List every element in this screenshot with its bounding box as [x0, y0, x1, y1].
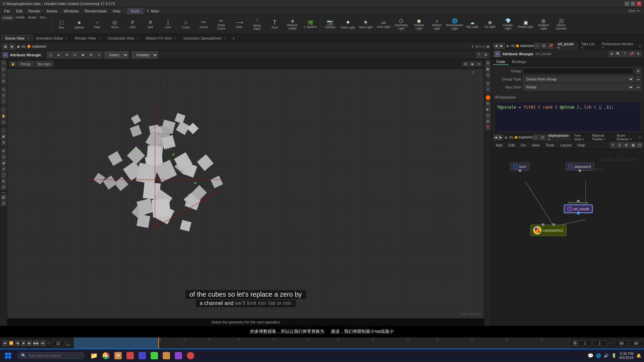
group-type-select[interactable]: Guess from Group Points Primitives: [523, 76, 634, 82]
group-type-action-btn[interactable]: ⇔: [635, 76, 641, 82]
camera-pan-tool[interactable]: ✋: [1, 113, 6, 119]
close-button[interactable]: ✕: [637, 1, 641, 6]
node-set-pscale[interactable]: Attribute Wrangle set_pscale: [564, 201, 593, 213]
misc-tool-4[interactable]: ⊕: [1, 166, 6, 172]
misc-tool-3[interactable]: ◉: [1, 160, 6, 166]
shelf-portal-light[interactable]: ▣ Portal Light: [517, 15, 534, 34]
ng-tab-add[interactable]: +: [637, 135, 643, 140]
rp-tab-add[interactable]: +: [637, 43, 643, 49]
taskbar-app-9[interactable]: [173, 350, 184, 361]
tl-end-input[interactable]: [593, 340, 606, 346]
tl-range-end1[interactable]: [615, 340, 628, 346]
taskbar-app-5[interactable]: [125, 350, 136, 361]
ng-list-btn[interactable]: ☰: [616, 142, 623, 148]
play-next-frame-btn[interactable]: ▶▶: [33, 340, 39, 346]
tab-render-view[interactable]: Render View ×: [71, 35, 104, 41]
tab-close-composite-view[interactable]: ×: [137, 37, 139, 40]
ng-tab-tree-view[interactable]: Tree View ×: [571, 134, 590, 142]
shelf-sky-light[interactable]: ☁ Sky Light: [464, 15, 481, 34]
misc-tool-2[interactable]: ⊡: [1, 154, 6, 160]
shelf-tab-modify[interactable]: Modify: [14, 15, 26, 20]
shading-btn[interactable]: ◉: [469, 62, 475, 66]
ng-menu-edit[interactable]: Edit: [506, 142, 518, 148]
tab-motion-fx-view[interactable]: Motion FX View ×: [142, 35, 180, 41]
shelf-circle[interactable]: ○ Circle: [177, 15, 195, 34]
wireframe-btn[interactable]: ⊞: [463, 62, 469, 66]
menu-file[interactable]: File: [1, 8, 13, 14]
maximize-button[interactable]: □: [631, 1, 635, 6]
rp-nav-back[interactable]: ◀: [493, 43, 499, 49]
taskbar-houdini[interactable]: H: [113, 350, 123, 361]
viewport-persp-btn[interactable]: Persp: [18, 61, 34, 67]
ng-filter-btn[interactable]: ✕: [610, 142, 616, 148]
ng-tab-asset-browser[interactable]: Asset Browser ×: [614, 134, 637, 142]
misc-tool-5[interactable]: ◯: [1, 172, 6, 178]
tab-close-geometry-spreadsheet[interactable]: ×: [224, 37, 226, 40]
notification-icon[interactable]: 🔔: [636, 353, 641, 358]
pivot-btn[interactable]: ◉: [79, 51, 87, 59]
taskbar-app-7[interactable]: [149, 350, 160, 361]
node-box1[interactable]: box1: [510, 163, 530, 171]
rp-nav-fwd[interactable]: ▶: [499, 43, 504, 49]
ng-nav-fwd[interactable]: ▶: [498, 134, 503, 140]
tab-close-motion-fx-view[interactable]: ×: [174, 37, 176, 40]
taskbar-network-icon[interactable]: 🌐: [596, 353, 601, 358]
shelf-spray-paint[interactable]: ⁘ Spray Paint: [248, 15, 266, 34]
ng-tab-explosion[interactable]: /obj/explosion ×: [545, 134, 571, 142]
run-over-select[interactable]: Points Primitives Vertices: [523, 84, 634, 90]
select-state-btn[interactable]: ◱: [47, 51, 54, 59]
shelf-spot-light[interactable]: ☀ Spot Light: [357, 15, 374, 34]
ng-menu-help[interactable]: Help: [575, 142, 588, 148]
shelf-tab-text[interactable]: Text...: [38, 15, 49, 20]
shelf-curve[interactable]: 〜 Curve: [195, 15, 212, 34]
tab-animation-editor[interactable]: Animation Editor ×: [33, 35, 71, 41]
camera-dolly-tool[interactable]: ⊙: [1, 119, 6, 125]
shelf-area-light[interactable]: ▭ Area Light: [375, 15, 392, 34]
tl-start-input[interactable]: [578, 340, 592, 346]
select-mode-dropdown[interactable]: Select Move Rotate Scale: [105, 51, 128, 59]
code-tab-code[interactable]: Code: [493, 59, 508, 65]
layout-btn-3[interactable]: ⊡: [485, 72, 491, 78]
menu-render[interactable]: Render: [26, 8, 43, 14]
run-over-action-btn[interactable]: ⇔: [635, 84, 641, 90]
taskbar-chrome[interactable]: [101, 350, 111, 361]
tab-close-render-view[interactable]: ×: [98, 37, 100, 40]
shelf-tab-model[interactable]: Model: [27, 15, 38, 20]
play-prev-key-btn[interactable]: ⏪: [9, 340, 13, 346]
view-mode-btn[interactable]: ◈: [485, 101, 491, 106]
snap-icon-btn[interactable]: ⊕: [485, 81, 491, 86]
misc-tool-1[interactable]: ◈: [1, 148, 6, 154]
ng-menu-view[interactable]: View: [529, 142, 542, 148]
tab-add-button[interactable]: +: [230, 35, 238, 42]
shelf-tube[interactable]: ⌿ Tube: [88, 15, 106, 34]
menu-edit[interactable]: Edit: [13, 8, 25, 14]
play-prev-frame-btn[interactable]: ◀: [15, 340, 20, 346]
taskbar-battery-icon[interactable]: 🔋: [611, 353, 616, 358]
layout-btn-1[interactable]: ⊞: [485, 60, 491, 66]
ng-nav-back[interactable]: ◀: [493, 134, 498, 140]
rp-tab-performance[interactable]: Performance Monitor ×: [599, 42, 637, 50]
shelf-line[interactable]: | Line: [159, 15, 177, 34]
ng-menu-layout[interactable]: Layout: [558, 142, 574, 148]
view-frame-tool[interactable]: ▣: [1, 134, 6, 139]
taskbar-app-6[interactable]: [137, 350, 148, 361]
play-start-btn[interactable]: ⏮: [3, 340, 7, 346]
node-canvas[interactable]: Indie Edition Geometry box1: [492, 149, 644, 326]
rp-tab-take-list[interactable]: Take List ×: [578, 42, 599, 50]
scale-tool[interactable]: ⤢: [1, 99, 6, 104]
taskbar-app-8[interactable]: [161, 350, 172, 361]
misc-tool-7[interactable]: ⊞: [1, 184, 6, 190]
rotate-tool[interactable]: ↻: [1, 93, 6, 98]
menu-windows[interactable]: Windows: [61, 8, 82, 14]
menu-assets[interactable]: Assets: [44, 8, 60, 14]
tl-range-end2[interactable]: [630, 340, 643, 346]
shelf-volume-light[interactable]: ◉ Volume Light: [410, 15, 428, 34]
build-button[interactable]: Build: [127, 8, 143, 14]
manip-btn[interactable]: ⊞: [87, 51, 95, 59]
paint-btn[interactable]: ◈: [55, 51, 62, 59]
tab-geometry-spreadsheet[interactable]: Geometry Spreadsheet ×: [180, 35, 230, 41]
misc-tool-6[interactable]: ■: [1, 178, 6, 184]
tool-extra-btn[interactable]: ≡: [95, 51, 103, 59]
shelf-lsystem[interactable]: 🌿 L-System: [302, 15, 319, 34]
view-home-tool[interactable]: ⌂: [1, 128, 6, 133]
